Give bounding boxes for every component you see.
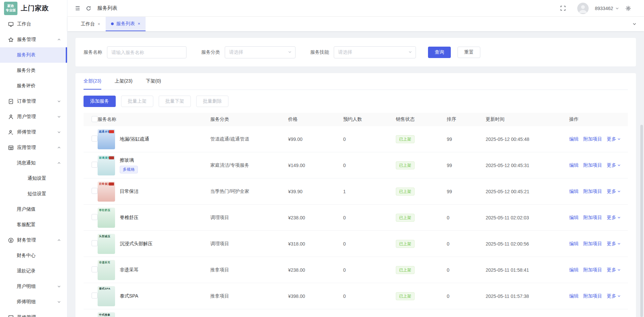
row-checkbox[interactable] xyxy=(92,293,98,299)
skill-select[interactable]: 请选择 xyxy=(334,46,416,58)
row-checkbox[interactable] xyxy=(92,240,98,246)
sidebar-item-sub[interactable]: 服务列表 xyxy=(0,47,67,63)
row-checkbox[interactable] xyxy=(92,136,98,142)
scrollbar-thumb[interactable] xyxy=(640,125,643,317)
edit-link[interactable]: 编辑 xyxy=(569,215,579,221)
row-actions: 编辑 附加项目 更多 xyxy=(569,189,628,195)
decorate-icon xyxy=(8,315,14,317)
service-price: ¥149.00 xyxy=(288,163,343,168)
status-tab[interactable]: 上架(23) xyxy=(115,73,132,90)
addon-link[interactable]: 附加项目 xyxy=(583,136,602,142)
service-thumbnail: 非遗采耳 xyxy=(98,260,115,280)
topbar: 服务列表 8933462 xyxy=(67,0,644,17)
row-checkbox[interactable] xyxy=(92,188,98,194)
status-tab[interactable]: 下架(0) xyxy=(146,73,161,90)
sidebar-item-star[interactable]: 服务管理 xyxy=(0,32,67,47)
order-icon xyxy=(8,99,14,104)
sidebar-item-sub[interactable]: 客服配置 xyxy=(0,217,67,232)
edit-link[interactable]: 编辑 xyxy=(569,241,579,247)
sidebar-item-sub[interactable]: 消息通知 xyxy=(0,155,67,171)
reset-button[interactable]: 重置 xyxy=(458,47,480,58)
more-link[interactable]: 更多 xyxy=(607,241,621,247)
sidebar-item-sub[interactable]: 师傅明细 xyxy=(0,294,67,310)
chevron-down-icon xyxy=(617,190,621,193)
sidebar-item-finance[interactable]: 财务管理 xyxy=(0,232,67,248)
addon-link[interactable]: 附加项目 xyxy=(583,162,602,168)
chevron-down-icon xyxy=(617,294,621,298)
row-checkbox[interactable] xyxy=(92,162,98,168)
col-price: 价格 xyxy=(288,116,343,122)
sidebar-item-sub[interactable]: 短信设置 xyxy=(0,186,67,202)
nav-tab[interactable]: 服务列表 × xyxy=(106,17,146,31)
sidebar-item-sub[interactable]: 用户储值 xyxy=(0,202,67,217)
edit-link[interactable]: 编辑 xyxy=(569,162,579,168)
sidebar-item-sub[interactable]: 用户明细 xyxy=(0,279,67,294)
more-link[interactable]: 更多 xyxy=(607,189,621,195)
batch-delete-button[interactable]: 批量删除 xyxy=(196,96,228,107)
updated-time: 2025-05-11 01:57:38 xyxy=(486,294,569,299)
sidebar-item-sub[interactable]: 通知设置 xyxy=(0,171,67,186)
refresh-icon[interactable] xyxy=(86,6,91,11)
tabs-dropdown-chevron[interactable] xyxy=(632,22,637,26)
service-name-input[interactable] xyxy=(107,46,186,58)
row-checkbox[interactable] xyxy=(92,214,98,220)
row-checkbox[interactable] xyxy=(92,266,98,272)
sidebar-item-sub[interactable]: 服务分类 xyxy=(0,63,67,78)
service-name: 地漏/浴缸疏通 xyxy=(120,136,149,142)
sidebar-item-order[interactable]: 订单管理 xyxy=(0,94,67,109)
fullscreen-icon[interactable] xyxy=(560,5,566,11)
service-category: 管道疏通/疏通管道 xyxy=(210,136,288,142)
sidebar-item-sub[interactable]: 服务评价 xyxy=(0,78,67,94)
edit-link[interactable]: 编辑 xyxy=(569,293,579,299)
dashboard-icon xyxy=(8,21,14,27)
sidebar-item-master[interactable]: 师傅管理 xyxy=(0,124,67,140)
row-actions: 编辑 附加项目 更多 xyxy=(569,267,628,273)
user-menu[interactable]: 8933462 xyxy=(595,6,619,11)
select-all-checkbox[interactable] xyxy=(92,116,98,122)
status-tab[interactable]: 全部(23) xyxy=(84,73,101,90)
batch-offline-button[interactable]: 批量下架 xyxy=(159,96,191,107)
sidebar-item-sub[interactable]: 退款记录 xyxy=(0,263,67,279)
more-link[interactable]: 更多 xyxy=(607,136,621,142)
category-select[interactable]: 请选择 xyxy=(225,46,296,58)
more-link[interactable]: 更多 xyxy=(607,267,621,273)
addon-link[interactable]: 附加项目 xyxy=(583,189,602,195)
close-tab-icon[interactable]: × xyxy=(138,21,141,26)
updated-time: 2025-05-12 00:45:31 xyxy=(486,163,569,168)
chevron-down-icon xyxy=(617,163,621,167)
skill-placeholder: 请选择 xyxy=(338,49,352,55)
settings-gear-icon[interactable] xyxy=(625,5,631,11)
list-toolbar: 添加服务 批量上架 批量下架 批量删除 xyxy=(84,96,628,107)
more-link[interactable]: 更多 xyxy=(607,162,621,168)
close-tab-icon[interactable]: × xyxy=(98,22,100,26)
search-button[interactable]: 查询 xyxy=(428,47,451,58)
addon-link[interactable]: 附加项目 xyxy=(583,215,602,221)
chevron-down-icon xyxy=(615,6,619,10)
col-sort: 排序 xyxy=(447,116,486,122)
category-label: 服务分类 xyxy=(201,49,220,55)
sidebar-item-apps[interactable]: 应用管理 xyxy=(0,140,67,155)
addon-link[interactable]: 附加项目 xyxy=(583,267,602,273)
booking-count: 0 xyxy=(343,267,396,273)
avatar[interactable] xyxy=(577,3,589,14)
edit-link[interactable]: 编辑 xyxy=(569,136,579,142)
nav-tab[interactable]: 工作台 × xyxy=(75,17,106,31)
chevron-down-icon xyxy=(57,300,61,304)
service-price: ¥238.00 xyxy=(288,215,343,220)
sidebar-item-sub[interactable]: 财务中心 xyxy=(0,248,67,263)
edit-link[interactable]: 编辑 xyxy=(569,267,579,273)
more-link[interactable]: 更多 xyxy=(607,293,621,299)
table-row: 疏通水管 地漏/浴缸疏通 管道疏通/疏通管道 ¥99.00 0 已上架 99 2… xyxy=(84,126,628,152)
sidebar-item-decorate[interactable]: 装修管理 xyxy=(0,310,67,317)
menu-fold-icon[interactable] xyxy=(75,5,80,11)
addon-link[interactable]: 附加项目 xyxy=(583,293,602,299)
sort-value: 0 xyxy=(447,294,486,299)
more-link[interactable]: 更多 xyxy=(607,215,621,221)
batch-online-button[interactable]: 批量上架 xyxy=(121,96,153,107)
table-row: 头部减压 沉浸式头部解压 调理项目 ¥318.00 0 已上架 0 2025-0… xyxy=(84,231,628,257)
edit-link[interactable]: 编辑 xyxy=(569,189,579,195)
addon-link[interactable]: 附加项目 xyxy=(583,241,602,247)
add-service-button[interactable]: 添加服务 xyxy=(84,96,116,107)
sidebar-item-dashboard[interactable]: 工作台 xyxy=(0,16,67,32)
sidebar-item-user[interactable]: 用户管理 xyxy=(0,109,67,124)
